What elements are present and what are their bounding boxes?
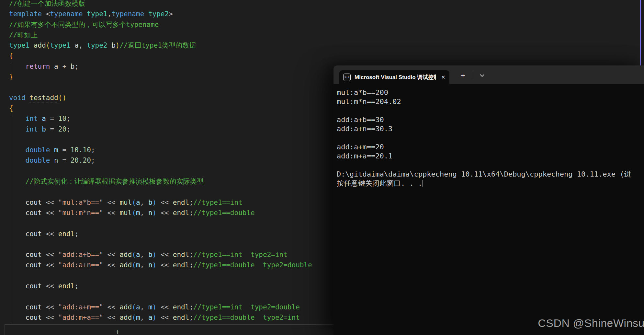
code-line: type1 add(type1 a, type2 b)//返回type1类型的数… [0,40,312,51]
new-tab-button[interactable]: + [458,71,469,80]
indent-guide [11,63,11,73]
console-line [337,161,644,170]
code-line [0,134,312,145]
editor-split-divider [0,329,333,329]
tab-close-button[interactable]: ✕ [439,73,447,82]
indent-guide [11,115,11,323]
code-line: cout << "mul:m*n==" << mul(m, n) << endl… [0,208,312,218]
vs-workspace: //创建一个加法函数模版template <typename type1,typ… [0,0,644,335]
chevron-down-icon [480,74,484,77]
code-line: cout << "mul:a*b==" << mul(a, b) << endl… [0,197,312,208]
console-line [337,133,644,143]
code-line: return a + b; [0,61,312,72]
code-area: //创建一个加法函数模版template <typename type1,typ… [0,0,312,323]
tab-bar-divider [473,71,473,79]
watermark: CSDN @ShineWinsu [538,317,644,329]
code-line: int b = 20; [0,124,312,134]
terminal-tab[interactable]: C:\ Microsoft Visual Studio 调试控制台 ✕ [339,70,449,84]
console-line: add:a+m==20 [337,143,644,152]
code-line [0,82,312,92]
console-line: add:a+n==30.3 [337,124,644,133]
code-line: cout << "add:a+m==" << add(a, m) << endl… [0,302,312,312]
console-line: D:\gitdaima\daima\cppkecheng_10.11\x64\D… [337,170,644,179]
terminal-window: C:\ Microsoft Visual Studio 调试控制台 ✕ + mu… [333,65,644,335]
code-line: cout << "add:m+a==" << add(m, a) << endl… [0,312,312,323]
tab-title: Microsoft Visual Studio 调试控制台 [355,74,436,81]
code-line: //创建一个加法函数模版 [0,0,312,9]
code-line: cout << endl; [0,281,312,291]
console-line: mul:a*b==200 [337,88,644,97]
clipped-code-fragment: t [116,329,119,335]
code-line: cout << "add:a+b==" << add(a, b) << endl… [0,249,312,260]
code-line: { [0,103,312,113]
code-line: void testadd() [0,93,312,103]
code-line: cout << endl; [0,229,312,239]
code-line [0,291,312,302]
tab-dropdown-button[interactable] [477,71,488,80]
window-edge-strip [641,0,644,66]
console-line [337,106,644,115]
editor-split-divider [5,324,333,325]
cmd-prompt-icon: C:\ [343,74,351,81]
close-icon: ✕ [441,74,445,80]
code-line: template <typename type1,typename type2> [0,9,312,19]
code-line [0,271,312,281]
plus-icon: + [461,71,465,80]
code-line: //如果有多个不同类型的，可以写多个typename [0,19,312,30]
code-line: cout << "add:a+n==" << add(m, n) << endl… [0,260,312,270]
code-line [0,166,312,176]
editor-split-divider [5,324,5,335]
code-line: double n = 20.20; [0,155,312,166]
code-line: double m = 10.10; [0,145,312,155]
console-line: add:m+a==20.1 [337,152,644,161]
terminal-tab-bar: C:\ Microsoft Visual Studio 调试控制台 ✕ + [333,65,644,84]
text-cursor [423,180,423,187]
code-line: } [0,72,312,82]
console-line: add:a+b==30 [337,115,644,124]
console-line: 按任意键关闭此窗口. . . [337,179,644,188]
terminal-content[interactable]: mul:a*b==200mul:m*n==204.02add:a+b==30ad… [333,84,644,335]
code-line [0,187,312,197]
code-line [0,239,312,249]
code-line: //即如上 [0,30,312,40]
code-line: { [0,51,312,61]
code-line [0,218,312,228]
code-line: int a = 10; [0,113,312,124]
code-line: //隐式实例化：让编译器根据实参推演模板参数的实际类型 [0,176,312,187]
console-line: mul:m*n==204.02 [337,97,644,106]
